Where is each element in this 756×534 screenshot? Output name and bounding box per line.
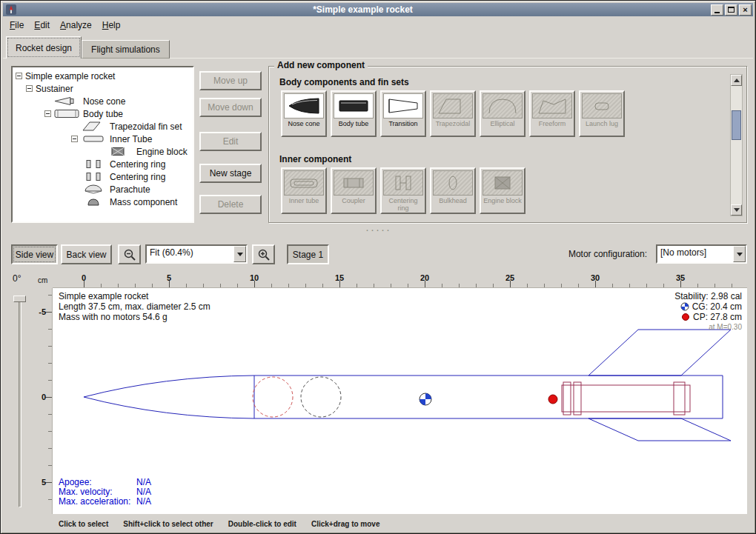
body-component-row: Nose cone Body tube Transition Trapezoid…	[281, 90, 625, 137]
scroll-up-button[interactable]	[731, 75, 742, 86]
tree-item-label: Centering ring	[110, 159, 165, 170]
bulkhead-icon	[433, 170, 473, 196]
component-button-label: Trapezoidal	[436, 120, 471, 127]
tree-item-rocket[interactable]: Simple example rocket	[13, 70, 193, 82]
component-button-label: Freeform	[539, 120, 566, 127]
component-button-label: Engine block	[483, 197, 522, 204]
rocket-mass: Mass with no motors 54.6 g	[59, 312, 210, 322]
add-bulkhead-button[interactable]: Bulkhead	[430, 167, 476, 214]
rocket-name: Simple example rocket	[59, 291, 210, 301]
tree-item-inner-tube[interactable]: Inner Tube	[13, 133, 193, 145]
app-icon	[6, 4, 16, 15]
edit-button[interactable]: Edit	[199, 132, 262, 151]
mass-component-shape[interactable]	[301, 377, 341, 417]
move-down-button[interactable]: Move down	[199, 98, 262, 117]
scroll-down-button[interactable]	[731, 204, 742, 216]
splitter-handle[interactable]	[1, 226, 755, 236]
back-view-button[interactable]: Back view	[61, 244, 112, 264]
zoom-out-button[interactable]	[118, 244, 141, 264]
tree-item-centering-ring-2[interactable]: Centering ring	[13, 170, 193, 183]
component-button-label: Inner tube	[289, 197, 319, 204]
motor-configuration-value: [No motors]	[657, 246, 733, 262]
cg-value: CG: 20.4 cm	[692, 301, 742, 312]
tree-item-engine-block[interactable]: Engine block	[13, 145, 193, 158]
collapse-icon[interactable]	[26, 85, 33, 92]
horizontal-ruler: 0 5 10 15 20 25 30 35	[53, 273, 747, 288]
add-nose-cone-button[interactable]: Nose cone	[281, 90, 327, 137]
collapse-icon[interactable]	[44, 110, 51, 117]
component-button-label: Bulkhead	[439, 197, 467, 204]
flight-row: Max. acceleration:N/A	[59, 497, 151, 507]
rotation-slider-thumb[interactable]	[13, 296, 26, 302]
tree-item-label: Mass component	[110, 197, 177, 207]
openrocket-window: *Simple example rocket × File Edit Analy…	[0, 0, 756, 534]
close-button[interactable]: ×	[739, 4, 752, 16]
add-transition-button[interactable]: Transition	[380, 90, 426, 137]
add-coupler-button[interactable]: Coupler	[331, 167, 377, 214]
centering-ring-shape[interactable]	[574, 382, 581, 415]
tab-flight-simulations[interactable]: Flight simulations	[82, 40, 170, 59]
stage-1-toggle[interactable]: Stage 1	[287, 244, 329, 264]
fin-bottom-shape[interactable]	[588, 418, 731, 441]
rotation-value: 0°	[13, 273, 21, 284]
tree-item-label: Nose cone	[83, 96, 125, 107]
tree-item-label: Trapezoidal fin set	[110, 121, 182, 132]
nose-cone-icon	[284, 93, 324, 119]
maximize-button[interactable]	[725, 4, 737, 16]
component-scrollbar[interactable]	[730, 74, 743, 216]
nose-cone-shape[interactable]	[84, 376, 254, 418]
centering-ring-shape[interactable]	[563, 382, 571, 415]
tree-item-nose-cone[interactable]: Nose cone	[13, 95, 193, 107]
motor-dropdown-button[interactable]	[733, 246, 746, 262]
add-launch-lug-button[interactable]: Launch lug	[579, 90, 625, 137]
h-ruler-label: 10	[245, 273, 263, 282]
tree-item-sustainer[interactable]: Sustainer	[13, 82, 193, 95]
add-elliptical-fin-button[interactable]: Elliptical	[480, 90, 525, 137]
menu-file[interactable]: File	[5, 19, 30, 32]
stability-value: Stability: 2.98 cal	[674, 291, 742, 301]
zoom-in-button[interactable]	[252, 244, 275, 264]
engine-block-shape[interactable]	[674, 382, 685, 415]
motor-configuration-select[interactable]: [No motors]	[656, 244, 747, 264]
delete-button[interactable]: Delete	[199, 195, 262, 214]
rotation-slider[interactable]	[19, 298, 21, 507]
tree-item-body-tube[interactable]: Body tube	[13, 107, 193, 120]
add-inner-tube-button[interactable]: Inner tube	[281, 167, 327, 214]
component-button-label: Elliptical	[490, 120, 514, 127]
component-button-label: Nose cone	[288, 120, 319, 127]
component-tree[interactable]: Simple example rocket Sustainer Nose con…	[11, 66, 194, 223]
titlebar[interactable]: *Simple example rocket ×	[3, 3, 753, 16]
rocket-canvas[interactable]: Simple example rocket Length 37.5 cm, ma…	[53, 288, 747, 514]
add-engine-block-button[interactable]: Engine block	[480, 167, 525, 214]
transition-icon	[383, 93, 423, 119]
add-freeform-fin-button[interactable]: Freeform	[529, 90, 575, 137]
scrollbar-thumb[interactable]	[732, 110, 741, 140]
menu-help[interactable]: Help	[98, 19, 127, 32]
h-ruler-label: 5	[160, 273, 178, 282]
menu-edit[interactable]: Edit	[30, 19, 56, 32]
new-stage-button[interactable]: New stage	[199, 164, 262, 183]
add-trapezoidal-fin-button[interactable]: Trapezoidal	[430, 90, 476, 137]
inner-tube-icon	[284, 170, 324, 196]
motor-configuration-label: Motor configuration:	[568, 249, 647, 259]
collapse-icon[interactable]	[16, 73, 22, 79]
parachute-shape[interactable]	[253, 377, 293, 417]
fin-top-shape[interactable]	[588, 330, 731, 376]
add-centering-ring-button[interactable]: Centering ring	[380, 167, 426, 214]
zoom-select[interactable]: Fit (60.4%)	[145, 244, 248, 264]
add-body-tube-button[interactable]: Body tube	[331, 90, 377, 137]
tree-item-parachute[interactable]: Parachute	[13, 183, 193, 196]
mass-component-icon	[81, 197, 106, 207]
move-up-button[interactable]: Move up	[199, 71, 262, 90]
minimize-button[interactable]	[711, 4, 723, 16]
tree-item-centering-ring-1[interactable]: Centering ring	[13, 158, 193, 170]
h-ruler-label: 25	[501, 273, 519, 282]
tree-item-fin-set[interactable]: Trapezoidal fin set	[13, 120, 193, 133]
collapse-icon[interactable]	[71, 136, 78, 142]
tree-item-mass-component[interactable]: Mass component	[13, 196, 193, 208]
zoom-dropdown-button[interactable]	[233, 246, 246, 262]
menu-analyze[interactable]: Analyze	[56, 19, 98, 32]
tab-rocket-design[interactable]: Rocket design	[6, 36, 82, 59]
tab-bar: Rocket design Flight simulations	[6, 36, 170, 59]
side-view-button[interactable]: Side view	[11, 244, 58, 264]
